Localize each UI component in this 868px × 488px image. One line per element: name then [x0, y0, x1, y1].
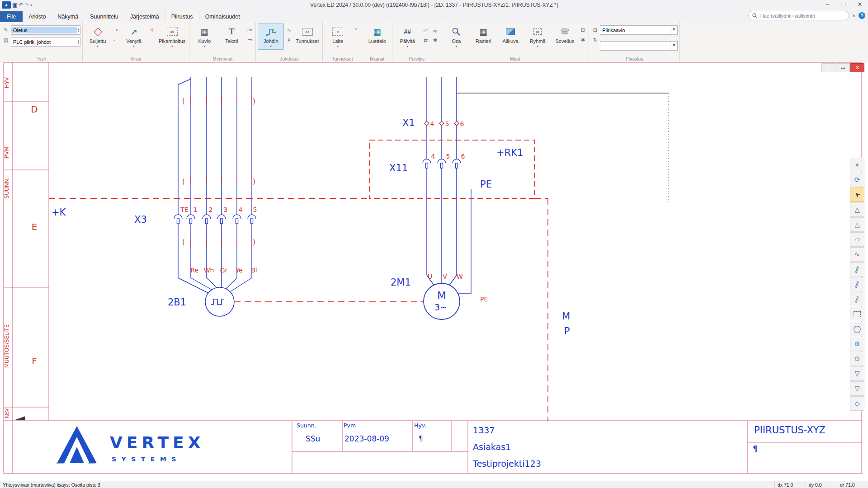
group-label-viivat: Viivat: [83, 56, 189, 61]
luettelo-button[interactable]: ▦ Luettelo: [364, 23, 390, 46]
drawing-type-combo[interactable]: Piirikaavio ▼: [600, 25, 678, 35]
pin-icon: ⌖: [855, 161, 859, 169]
sheet-swap-icon[interactable]: ⇅: [591, 36, 599, 44]
tunnukset-button[interactable]: xx Tunnukset: [294, 23, 321, 46]
text-box-icon[interactable]: ▭: [245, 36, 254, 44]
wire-wave-icon[interactable]: ∿: [285, 26, 293, 34]
tab-file[interactable]: File: [0, 11, 23, 22]
terminal-x1-pins: [425, 121, 459, 126]
tab-suunnittelu[interactable]: Suunnittelu: [84, 11, 124, 22]
select-button[interactable]: ➤: [850, 188, 864, 202]
hatch-2-button[interactable]: ∥: [850, 277, 864, 291]
close-button[interactable]: ✕: [852, 0, 868, 10]
filter-button[interactable]: ▽: [850, 366, 864, 381]
style-edit-icon[interactable]: ✎: [2, 26, 10, 34]
search-input[interactable]: [760, 13, 845, 19]
triangle-fill-button[interactable]: △: [850, 217, 864, 232]
tab-jarjestelma[interactable]: Järjestelmä: [124, 11, 165, 22]
wire-number-icon[interactable]: #: [285, 36, 293, 44]
maximize-button[interactable]: □: [835, 0, 852, 10]
hatch-1-button[interactable]: ∥: [850, 262, 864, 277]
help-icon[interactable]: ?: [859, 12, 865, 19]
document-minimize-button[interactable]: –: [821, 63, 835, 72]
pikamitoitus-button[interactable]: 45 Pikamitoitus ▾: [157, 23, 187, 50]
osa-button[interactable]: Osa ▾: [443, 23, 469, 50]
chevron-down-icon: ▾: [203, 44, 205, 48]
renumber-icon[interactable]: ##: [421, 27, 429, 35]
apps-settings-icon[interactable]: ✱: [579, 36, 587, 44]
wire-color-wh: Wh: [204, 267, 214, 274]
tag-list-icon[interactable]: ≡: [352, 36, 360, 44]
document-close-button[interactable]: ✕: [850, 63, 864, 72]
collapse-ribbon-icon[interactable]: ∧: [852, 13, 855, 18]
wire-style-combo-value: PLC piirik. johdot: [11, 39, 77, 45]
triangle-icon: △: [854, 206, 860, 214]
teksti-button[interactable]: T Teksti: [218, 23, 245, 46]
alikuva-button[interactable]: Alikuva: [497, 23, 524, 46]
app-icon[interactable]: ▲: [2, 1, 11, 9]
swap-xy-icon[interactable]: xy: [431, 27, 439, 35]
wire-style-combo[interactable]: PLC piirik. johdot ▴▾: [11, 37, 80, 47]
pe-motor-label: PE: [480, 296, 488, 303]
drawing-canvas[interactable]: HYV PVM SUUNN. MUUTOS/SELITE REV D E F: [0, 62, 868, 481]
logo-text-vertex: VERTEX: [110, 433, 204, 452]
triangle-button[interactable]: △: [850, 202, 864, 217]
hatch-3-button[interactable]: ∥: [850, 292, 864, 306]
row-letter-e: E: [32, 221, 38, 232]
minimize-button[interactable]: –: [819, 0, 835, 10]
paivita-button[interactable]: ## Päivitä ▾: [394, 23, 420, 50]
tool-palette: ⌖ ⟳ ➤ △ △ ▱ ∿ ∥ ∥ ∥ ◯ ⊕ ⊙ ▽ ▽ ◇: [850, 158, 864, 411]
wire-color-gr: Gr: [220, 267, 228, 274]
blue-annotations: X1 X11 +RK1 PE +K X3 2B1 2M1 M P: [52, 117, 570, 337]
ribbon-group-piirustus: ⊞ ⇅ Piirikaavio ▼ ▼ Piirustus: [589, 22, 680, 62]
ellipse-button[interactable]: ◯: [850, 322, 864, 336]
tab-ominaisuudet[interactable]: Ominaisuudet: [199, 11, 246, 22]
sync-icon[interactable]: ⇄: [421, 36, 429, 44]
refresh-button[interactable]: ⟳: [850, 173, 864, 187]
suunn-value: SSu: [306, 434, 320, 443]
tag-numbers-icon[interactable]: ¹²: [352, 26, 360, 34]
zoom-target-button[interactable]: ⊙: [850, 352, 864, 366]
document-restore-button[interactable]: ▭: [836, 63, 850, 72]
quick-access-caret-icon[interactable]: ▾: [30, 3, 32, 7]
wave-button[interactable]: ∿: [850, 247, 864, 262]
parallelogram-button[interactable]: ▱: [850, 232, 864, 247]
sheet-combo[interactable]: ▼: [600, 41, 678, 51]
parallelogram-icon: ▱: [854, 235, 860, 244]
ryhma-button[interactable]: Ryhmä ▾: [524, 23, 551, 50]
dashed-rect-button[interactable]: [850, 307, 864, 321]
kuvio-button[interactable]: ▦ Kuvio ▾: [191, 23, 217, 50]
venyta-button[interactable]: ↗ Venytä ▾: [121, 23, 147, 50]
spinner-icon[interactable]: ▴▾: [77, 40, 80, 44]
filter-clear-button[interactable]: ▽: [850, 381, 864, 396]
suljettu-button[interactable]: Suljettu ▾: [85, 23, 111, 50]
tab-piirustus[interactable]: Piirustus: [165, 11, 199, 22]
zoom-in-button[interactable]: ⊕: [850, 337, 864, 351]
sheet-grid-icon[interactable]: ⊞: [591, 26, 599, 34]
redo-icon[interactable]: ↷: [24, 1, 29, 9]
laite-button[interactable]: x Laite ▾: [325, 23, 351, 50]
polyline-icon[interactable]: ⌐: [112, 36, 120, 44]
pin-button[interactable]: ⌖: [850, 158, 864, 172]
style-copy-icon[interactable]: ▤: [2, 36, 10, 44]
text-icon: T: [229, 25, 235, 38]
undo-icon[interactable]: ↶: [19, 1, 23, 9]
sovellus-button[interactable]: Sovellus: [552, 23, 578, 46]
style-combo[interactable]: Oletus ▴▾: [11, 25, 80, 35]
apps-grid-icon[interactable]: ⊞: [579, 26, 587, 34]
johdin-button[interactable]: Johdin ▾: [258, 23, 284, 50]
rasteri-button[interactable]: ▦ Rasteri: [470, 23, 496, 46]
terminal-x3-label: X3: [134, 214, 147, 225]
text-abc-icon[interactable]: ab: [245, 26, 254, 34]
lightning-icon[interactable]: ↯: [148, 26, 156, 34]
status-dr: dr 71.0: [837, 481, 868, 488]
spinner-icon[interactable]: ▴▾: [77, 28, 80, 33]
hyv-value: ¶: [419, 435, 423, 443]
tab-nakyma[interactable]: Näkymä: [52, 11, 84, 22]
save-icon[interactable]: ▣: [12, 1, 17, 9]
refresh-all-icon[interactable]: ✱: [431, 36, 439, 44]
polygon-select-button[interactable]: ◇: [850, 396, 864, 411]
tab-arkisto[interactable]: Arkisto: [23, 11, 52, 22]
line-node-icon[interactable]: ⊸: [112, 26, 120, 34]
title-block-fields: Suunn. SSu Pvm 2023-08-09 Hyv. ¶ 1337 As…: [297, 422, 826, 469]
